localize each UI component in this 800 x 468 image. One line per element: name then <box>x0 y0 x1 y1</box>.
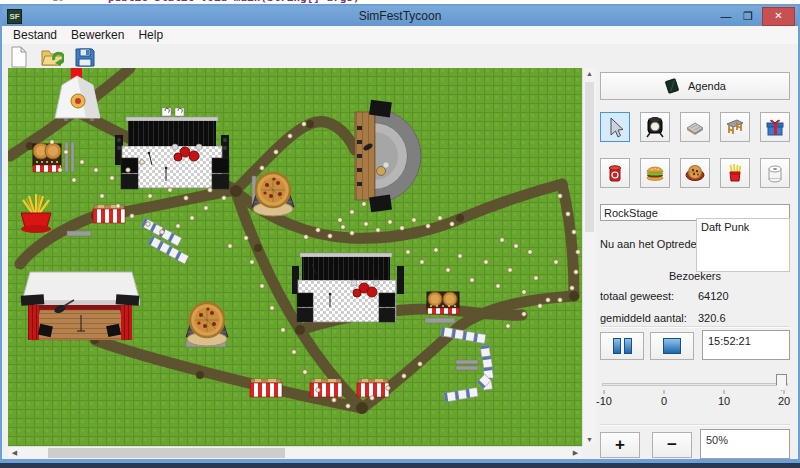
pause-icon <box>613 338 621 354</box>
menu-bewerken[interactable]: Bewerken <box>64 28 131 42</box>
burger-stand-1[interactable] <box>33 142 74 172</box>
tick-label-20: 20 <box>770 395 798 407</box>
visitors-header: Bezoekers <box>600 270 790 282</box>
pizza-stand-1[interactable] <box>252 173 294 216</box>
horizontal-scroll-thumb[interactable] <box>48 448 285 458</box>
tool-pizza[interactable] <box>680 158 710 188</box>
dance-stage[interactable] <box>292 253 404 322</box>
open-file-icon <box>40 46 64 68</box>
tool-burger[interactable] <box>640 158 670 188</box>
pause-button[interactable] <box>600 332 644 360</box>
gift-icon <box>764 116 786 138</box>
save-file-button[interactable] <box>73 45 97 69</box>
agenda-book-icon <box>664 78 680 94</box>
now-performing-value: Daft Punk <box>701 221 749 233</box>
speed-slider-thumb[interactable] <box>776 374 787 391</box>
tool-toilet-paper[interactable] <box>760 158 790 188</box>
market-stall-1[interactable] <box>93 205 125 223</box>
fries-icon <box>724 162 746 184</box>
new-file-button[interactable] <box>7 45 31 69</box>
toolstrip <box>2 44 798 69</box>
scroll-left-arrow[interactable]: ◀ <box>8 447 21 459</box>
new-file-icon <box>9 46 29 68</box>
tick-label-10: 10 <box>710 395 738 407</box>
main-stage[interactable] <box>115 108 229 189</box>
visitors-average-label: gemiddeld aantal: <box>600 312 687 324</box>
tool-path-tile[interactable] <box>680 112 710 142</box>
tick-mark <box>663 390 665 394</box>
minimize-button[interactable]: — <box>715 10 737 22</box>
tick-label-minus10: -10 <box>590 395 618 407</box>
agenda-label: Agenda <box>688 80 726 92</box>
zoom-level-field[interactable]: 50% <box>700 429 790 459</box>
tool-trash-can[interactable] <box>600 158 630 188</box>
now-performing-box: Daft Punk <box>696 218 790 272</box>
clock-display: 15:52:21 <box>702 330 790 360</box>
trash-can-icon <box>604 162 626 184</box>
visitors-total-value: 64120 <box>698 290 729 302</box>
scrollbar-corner <box>582 446 596 459</box>
path-tile-icon <box>684 116 706 138</box>
stage-frame-icon <box>724 116 746 138</box>
titlebar[interactable]: SF SimFestTycoon — ❐ ✕ <box>2 6 798 26</box>
burger-icon <box>644 162 666 184</box>
window-title: SimFestTycoon <box>2 9 798 23</box>
festival-map[interactable] <box>8 68 582 446</box>
spotlight-icon <box>644 116 666 138</box>
section-divider <box>600 326 790 328</box>
vertical-scrollbar[interactable]: ▲ ▼ <box>582 68 596 446</box>
visitors-average-value: 320.6 <box>698 312 726 324</box>
tick-label-0: 0 <box>650 395 678 407</box>
tick-mark <box>723 390 725 394</box>
stop-icon <box>663 338 681 354</box>
horizontal-scrollbar[interactable]: ◀ ▶ <box>8 446 582 459</box>
window-controls: — ❐ ✕ <box>715 7 795 25</box>
tool-spotlight[interactable] <box>640 112 670 142</box>
menu-help[interactable]: Help <box>131 28 170 42</box>
section-divider <box>600 424 790 426</box>
now-performing-label: Nu aan het Optreden: <box>600 238 706 250</box>
control-panel: Agenda <box>600 68 792 459</box>
tool-fries[interactable] <box>720 158 750 188</box>
tool-stage-frame[interactable] <box>720 112 750 142</box>
menubar: Bestand Bewerken Help <box>2 26 798 45</box>
zoom-out-button[interactable]: − <box>652 432 692 458</box>
pizza-icon <box>684 162 706 184</box>
speed-slider-track[interactable] <box>602 383 788 386</box>
zoom-in-button[interactable]: + <box>600 432 640 458</box>
stop-button[interactable] <box>650 332 694 360</box>
ide-line-number: 10 <box>52 0 64 3</box>
toilet-paper-icon <box>764 162 786 184</box>
tick-mark <box>603 390 605 394</box>
save-file-icon <box>74 46 96 68</box>
market-stall-4[interactable] <box>357 379 389 397</box>
maximize-button[interactable]: ❐ <box>737 10 759 23</box>
cursor-icon <box>604 116 626 138</box>
vertical-scroll-thumb[interactable] <box>585 82 594 232</box>
close-button[interactable]: ✕ <box>762 7 795 26</box>
tick-mark <box>783 390 785 394</box>
menu-bestand[interactable]: Bestand <box>6 28 64 42</box>
map-canvas[interactable]: ▲ ▼ ◀ ▶ <box>8 68 596 459</box>
burger-stand-2[interactable] <box>427 292 459 314</box>
open-file-button[interactable] <box>40 45 64 69</box>
small-stage[interactable] <box>21 272 140 340</box>
market-stall-2[interactable] <box>250 379 282 397</box>
tool-select[interactable] <box>600 112 630 142</box>
scroll-right-arrow[interactable]: ▶ <box>569 447 582 459</box>
market-stall-3[interactable] <box>310 379 342 397</box>
tool-gift[interactable] <box>760 112 790 142</box>
scroll-down-arrow[interactable]: ▼ <box>583 434 596 446</box>
pizza-stand-2[interactable] <box>186 303 228 346</box>
agenda-button[interactable]: Agenda <box>600 72 790 100</box>
visitors-total-label: totaal geweest: <box>600 290 674 302</box>
scroll-up-arrow[interactable]: ▲ <box>583 68 596 80</box>
app-window: SF SimFestTycoon — ❐ ✕ Bestand Bewerken … <box>0 4 800 463</box>
